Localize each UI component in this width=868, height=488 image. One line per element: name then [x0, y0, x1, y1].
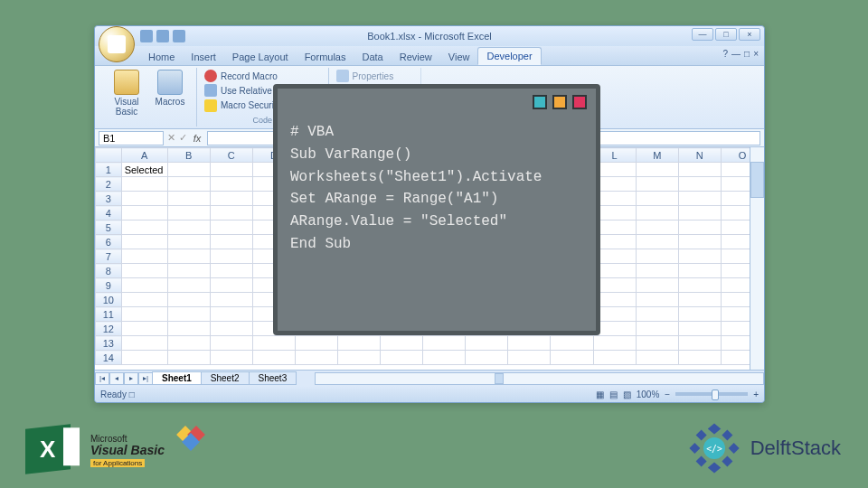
- cell-I14[interactable]: [466, 351, 508, 365]
- record-macro-button[interactable]: Record Macro: [204, 70, 321, 82]
- cell-E14[interactable]: [295, 351, 337, 365]
- col-header-A[interactable]: A: [121, 148, 167, 163]
- properties-button[interactable]: Properties: [336, 70, 414, 82]
- cell-B4[interactable]: [167, 206, 210, 221]
- cell-N6[interactable]: [678, 235, 721, 249]
- cell-M1[interactable]: [636, 163, 678, 177]
- tab-formulas[interactable]: Formulas: [297, 49, 354, 65]
- cell-F13[interactable]: [338, 336, 381, 351]
- cell-A12[interactable]: [121, 322, 167, 336]
- cell-C8[interactable]: [210, 264, 252, 278]
- sheet-tab-3[interactable]: Sheet3: [249, 371, 297, 385]
- cell-M11[interactable]: [636, 307, 678, 322]
- select-all-corner[interactable]: [96, 148, 122, 163]
- code-close-icon[interactable]: [572, 95, 587, 109]
- cell-A10[interactable]: [121, 293, 167, 307]
- cell-A7[interactable]: [121, 249, 167, 264]
- col-header-M[interactable]: M: [636, 148, 678, 163]
- row-header-12[interactable]: 12: [96, 322, 122, 336]
- cell-C3[interactable]: [210, 192, 252, 206]
- enter-icon[interactable]: ✓: [179, 132, 187, 144]
- cell-A3[interactable]: [121, 192, 167, 206]
- cell-J14[interactable]: [508, 351, 551, 365]
- cell-M10[interactable]: [636, 293, 678, 307]
- row-header-8[interactable]: 8: [96, 264, 122, 278]
- cell-B13[interactable]: [167, 336, 210, 351]
- cell-B3[interactable]: [167, 192, 210, 206]
- cell-N13[interactable]: [678, 336, 721, 351]
- maximize-button[interactable]: □: [715, 28, 737, 41]
- row-header-1[interactable]: 1: [96, 163, 122, 177]
- cell-L13[interactable]: [593, 336, 636, 351]
- sheet-nav-first[interactable]: |◂: [95, 372, 109, 385]
- cell-C2[interactable]: [210, 177, 252, 192]
- cell-B1[interactable]: [167, 163, 210, 177]
- cell-M2[interactable]: [636, 177, 678, 192]
- cell-M7[interactable]: [636, 249, 678, 264]
- tab-home[interactable]: Home: [140, 49, 183, 65]
- cell-I13[interactable]: [466, 336, 508, 351]
- cell-C4[interactable]: [210, 206, 252, 221]
- close-button[interactable]: ×: [739, 28, 760, 41]
- col-header-B[interactable]: B: [167, 148, 210, 163]
- tab-insert[interactable]: Insert: [183, 49, 224, 65]
- visual-basic-button[interactable]: Visual Basic: [108, 70, 146, 125]
- cell-B14[interactable]: [167, 351, 210, 365]
- row-header-7[interactable]: 7: [96, 249, 122, 264]
- cell-M5[interactable]: [636, 221, 678, 235]
- cell-N4[interactable]: [678, 206, 721, 221]
- cell-A6[interactable]: [121, 235, 167, 249]
- zoom-in-button[interactable]: +: [753, 389, 759, 399]
- cell-A14[interactable]: [121, 351, 167, 365]
- office-button[interactable]: [99, 26, 135, 62]
- cell-N5[interactable]: [678, 221, 721, 235]
- cell-N12[interactable]: [678, 322, 721, 336]
- cell-B6[interactable]: [167, 235, 210, 249]
- minimize-button[interactable]: —: [692, 28, 713, 41]
- help-icon[interactable]: ?: [723, 49, 729, 59]
- inner-min-icon[interactable]: —: [731, 49, 741, 59]
- cell-M8[interactable]: [636, 264, 678, 278]
- cell-C11[interactable]: [210, 307, 252, 322]
- cell-N8[interactable]: [678, 264, 721, 278]
- cell-D14[interactable]: [252, 351, 295, 365]
- cell-A13[interactable]: [121, 336, 167, 351]
- cell-M6[interactable]: [636, 235, 678, 249]
- cell-N7[interactable]: [678, 249, 721, 264]
- sheet-nav-prev[interactable]: ◂: [109, 372, 124, 385]
- cell-C7[interactable]: [210, 249, 252, 264]
- sheet-tab-2[interactable]: Sheet2: [201, 371, 250, 385]
- view-break-icon[interactable]: ▧: [623, 389, 631, 399]
- sheet-nav-last[interactable]: ▸|: [138, 372, 153, 385]
- cell-M12[interactable]: [636, 322, 678, 336]
- cell-B2[interactable]: [167, 177, 210, 192]
- sheet-nav-next[interactable]: ▸: [124, 372, 138, 385]
- view-layout-icon[interactable]: ▤: [609, 389, 618, 399]
- cell-A9[interactable]: [121, 278, 167, 293]
- cell-C14[interactable]: [210, 351, 252, 365]
- cell-A4[interactable]: [121, 206, 167, 221]
- row-header-9[interactable]: 9: [96, 278, 122, 293]
- cell-N3[interactable]: [678, 192, 721, 206]
- cancel-icon[interactable]: ✕: [167, 132, 175, 144]
- inner-close-icon[interactable]: ×: [753, 49, 759, 59]
- tab-view[interactable]: View: [440, 49, 478, 65]
- zoom-out-button[interactable]: −: [665, 389, 670, 399]
- cell-N11[interactable]: [678, 307, 721, 322]
- zoom-slider[interactable]: [675, 392, 748, 396]
- cell-M13[interactable]: [636, 336, 678, 351]
- row-header-13[interactable]: 13: [96, 336, 122, 351]
- cell-G13[interactable]: [381, 336, 423, 351]
- row-header-2[interactable]: 2: [96, 177, 122, 192]
- name-box[interactable]: B1: [99, 131, 164, 145]
- row-header-4[interactable]: 4: [96, 206, 122, 221]
- cell-N10[interactable]: [678, 293, 721, 307]
- macros-button[interactable]: Macros: [151, 70, 189, 125]
- row-header-3[interactable]: 3: [96, 192, 122, 206]
- cell-M9[interactable]: [636, 278, 678, 293]
- cell-C10[interactable]: [210, 293, 252, 307]
- cell-C5[interactable]: [210, 221, 252, 235]
- cell-B7[interactable]: [167, 249, 210, 264]
- cell-M14[interactable]: [636, 351, 678, 365]
- cell-L14[interactable]: [593, 351, 636, 365]
